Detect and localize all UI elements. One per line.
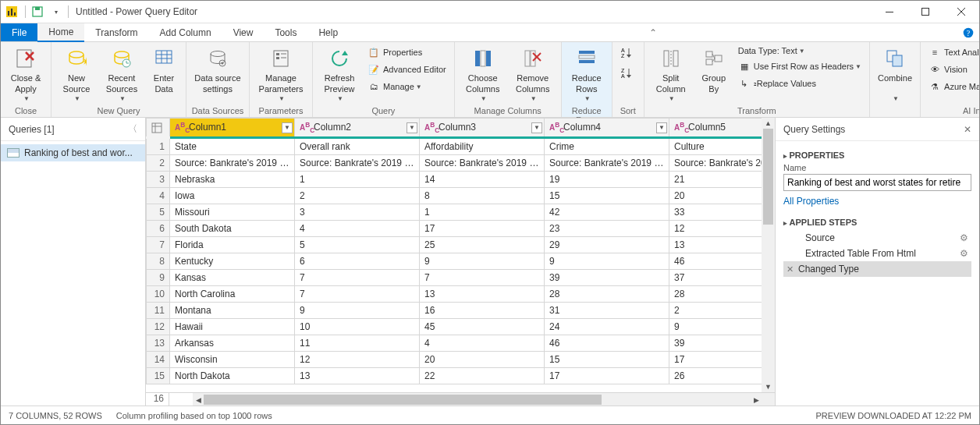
cell[interactable]: 25 <box>420 237 545 253</box>
cell[interactable]: Florida <box>170 237 295 253</box>
cell[interactable]: 31 <box>545 303 669 319</box>
row-number[interactable]: 11 <box>147 303 170 319</box>
column-header[interactable]: ABCColumn2▼ <box>295 119 420 138</box>
tab-file[interactable]: File <box>1 23 37 41</box>
data-grid[interactable]: ABCColumn1▼ ABCColumn2▼ ABCColumn3▼ ABCC… <box>146 118 775 384</box>
step-item[interactable]: Extracted Table From Html⚙ <box>783 246 971 261</box>
cell[interactable]: 12 <box>295 352 420 368</box>
row-number[interactable]: 6 <box>147 221 170 237</box>
cell[interactable]: 1 <box>420 204 545 221</box>
table-row[interactable]: 6South Dakota4172312 <box>147 221 776 237</box>
cell[interactable]: Missouri <box>170 204 295 221</box>
row-number[interactable]: 2 <box>147 155 170 172</box>
cell[interactable]: 7 <box>420 270 545 286</box>
table-row[interactable]: 1StateOverall rankAffordabilityCrimeCult… <box>147 138 776 155</box>
cell[interactable]: 13 <box>295 368 420 384</box>
properties-heading[interactable]: PROPERTIES <box>783 151 971 160</box>
help-icon[interactable]: ? <box>957 23 979 41</box>
step-item[interactable]: Source⚙ <box>783 230 971 246</box>
step-item[interactable]: ✕Changed Type <box>783 261 971 277</box>
cell[interactable]: 20 <box>420 352 545 368</box>
cell[interactable]: 11 <box>295 335 420 352</box>
cell[interactable]: Source: Bankrate's 2019 "Bes... <box>170 155 295 172</box>
cell[interactable]: 3 <box>295 204 420 221</box>
cell[interactable]: 4 <box>295 221 420 237</box>
remove-columns-button[interactable]: RemoveColumns▼ <box>510 44 556 104</box>
cell[interactable]: 28 <box>545 286 669 303</box>
cell[interactable]: Nebraska <box>170 172 295 188</box>
cell[interactable]: 42 <box>545 204 669 221</box>
column-header[interactable]: ABCColumn1▼ <box>170 119 295 138</box>
cell[interactable]: Source: Bankrate's 20 <box>669 155 776 172</box>
combine-button[interactable]: Combine▼ <box>875 44 915 104</box>
recent-sources-button[interactable]: RecentSources▼ <box>100 44 144 104</box>
group-by-button[interactable]: GroupBy <box>696 44 732 97</box>
all-properties-link[interactable]: All Properties <box>783 196 839 207</box>
cell[interactable]: Crime <box>545 138 669 155</box>
close-pane-icon[interactable]: ✕ <box>964 124 971 135</box>
cell[interactable]: 9 <box>295 303 420 319</box>
cell[interactable]: 8 <box>420 188 545 204</box>
filter-icon[interactable]: ▼ <box>407 122 417 133</box>
table-row[interactable]: 10North Carolina7132828 <box>147 286 776 303</box>
cell[interactable]: 6 <box>295 253 420 270</box>
cell[interactable]: 28 <box>669 286 776 303</box>
cell[interactable]: 46 <box>669 253 776 270</box>
minimize-button[interactable] <box>872 1 907 23</box>
vision-button[interactable]: 👁Vision <box>925 62 980 77</box>
ribbon-collapse-icon[interactable]: ⌃ <box>642 23 664 41</box>
cell[interactable]: 4 <box>420 335 545 352</box>
cell[interactable]: Culture <box>669 138 776 155</box>
cell[interactable]: 2 <box>295 188 420 204</box>
query-name-input[interactable] <box>783 174 971 191</box>
table-row[interactable]: 3Nebraska1141921 <box>147 172 776 188</box>
cell[interactable]: Wisconsin <box>170 352 295 368</box>
column-header[interactable]: ABCColumn4▼ <box>545 119 669 138</box>
tab-help[interactable]: Help <box>307 23 349 41</box>
table-row[interactable]: 8Kentucky69946 <box>147 253 776 270</box>
horizontal-scrollbar[interactable]: ◀ ▶ <box>193 393 762 406</box>
row-number[interactable]: 3 <box>147 172 170 188</box>
column-header[interactable]: ABCColumn3▼ <box>420 119 545 138</box>
table-row[interactable]: 7Florida5252913 <box>147 237 776 253</box>
sort-desc-button[interactable]: ZA <box>617 65 639 80</box>
filter-icon[interactable]: ▼ <box>656 122 667 133</box>
scroll-thumb[interactable] <box>204 395 602 405</box>
row-number[interactable]: 13 <box>147 335 170 352</box>
maximize-button[interactable] <box>907 1 943 23</box>
row-number[interactable]: 5 <box>147 204 170 221</box>
table-row[interactable]: 11Montana916312 <box>147 303 776 319</box>
gear-icon[interactable]: ⚙ <box>960 248 968 259</box>
data-source-settings-button[interactable]: Data sourcesettings <box>191 44 244 97</box>
cell[interactable]: 45 <box>420 319 545 335</box>
tab-view[interactable]: View <box>222 23 265 41</box>
filter-icon[interactable]: ▼ <box>531 122 542 133</box>
table-row[interactable]: 13Arkansas1144639 <box>147 335 776 352</box>
refresh-preview-button[interactable]: RefreshPreview▼ <box>318 44 361 104</box>
save-icon[interactable] <box>29 3 46 20</box>
query-item[interactable]: Ranking of best and wor... <box>1 144 145 161</box>
table-row[interactable]: 5Missouri314233 <box>147 204 776 221</box>
collapse-pane-icon[interactable]: 〈 <box>128 122 137 136</box>
cell[interactable]: 16 <box>420 303 545 319</box>
cell[interactable]: 13 <box>420 286 545 303</box>
cell[interactable]: Affordability <box>420 138 545 155</box>
cell[interactable]: Kentucky <box>170 253 295 270</box>
cell[interactable]: 14 <box>420 172 545 188</box>
qat-dropdown-icon[interactable]: ▾ <box>48 3 65 20</box>
new-source-button[interactable]: ✷ NewSource▼ <box>56 44 97 104</box>
table-row[interactable]: 14Wisconsin12201517 <box>147 352 776 368</box>
cell[interactable]: 33 <box>669 204 776 221</box>
vertical-scrollbar[interactable]: ▲ ▼ <box>762 118 775 392</box>
cell[interactable]: 17 <box>669 352 776 368</box>
column-header[interactable]: ABCColumn5 <box>669 119 776 138</box>
advanced-editor-button[interactable]: 📝Advanced Editor <box>364 62 449 77</box>
row-number[interactable]: 4 <box>147 188 170 204</box>
data-type-button[interactable]: Data Type: Text▼ <box>735 44 865 57</box>
cell[interactable]: 7 <box>295 286 420 303</box>
cell[interactable]: 15 <box>545 188 669 204</box>
cell[interactable]: 37 <box>669 270 776 286</box>
cell[interactable]: Overall rank <box>295 138 420 155</box>
scroll-left-icon[interactable]: ◀ <box>193 393 204 406</box>
sort-asc-button[interactable]: AZ <box>617 44 639 60</box>
